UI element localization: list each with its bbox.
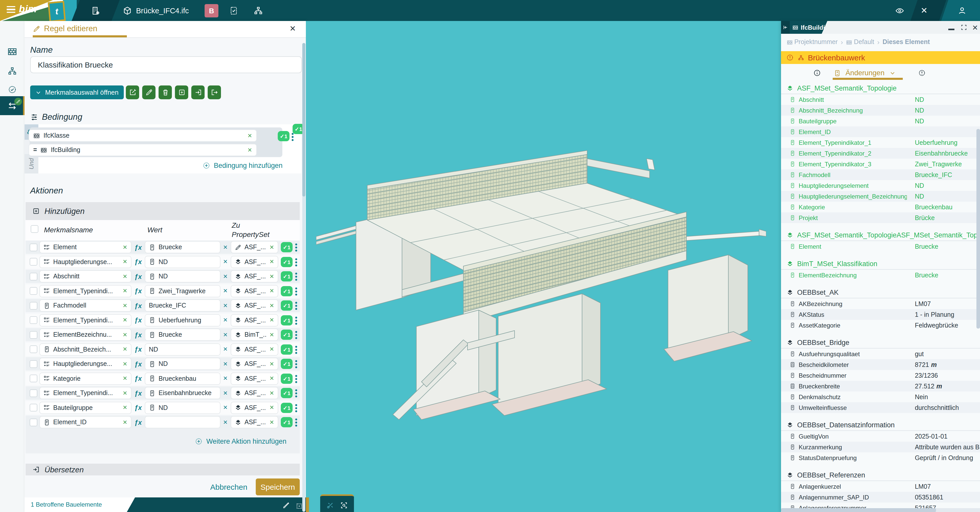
clear-icon[interactable]: ✕ (270, 302, 274, 309)
clear-icon[interactable]: ✕ (123, 288, 127, 294)
merkmal-field[interactable]: Hauptgliederungse...✕ (40, 358, 132, 370)
rename-button[interactable] (142, 86, 156, 99)
delete-button[interactable] (159, 86, 172, 99)
merkmal-field[interactable]: Abschnitt_Bezeich...✕ (40, 343, 132, 356)
propertyset-header[interactable]: ASF_MSet_Semantik_TopologieASF_MSet_Sema… (781, 229, 980, 241)
propertyset-header[interactable]: ASF_MSet_Semantik_Topologie (781, 82, 980, 94)
row-checkbox[interactable] (30, 331, 37, 338)
breadcrumb-item[interactable]: Default (846, 38, 874, 46)
merkmal-field[interactable]: Fachmodell✕ (40, 299, 132, 312)
element-name-banner[interactable]: Brückenbauwerk (781, 51, 980, 64)
validation-badge[interactable]: ✓1 (281, 359, 293, 369)
property-row[interactable]: ProjektBrücke (781, 212, 980, 223)
clear-icon[interactable]: ✕ (270, 288, 274, 294)
propertyset-field[interactable]: ASF_...✕ (231, 416, 278, 428)
property-row[interactable]: StatusDatenpruefungGeprüft / in Ordnung (781, 452, 980, 463)
validation-badge[interactable]: ✓1 (281, 330, 293, 340)
row-menu-icon[interactable]: ••• (294, 258, 298, 267)
viewport-3d[interactable] (306, 21, 781, 512)
property-row[interactable]: AssetKategorieFeldwegbrücke (781, 320, 980, 330)
clear-icon[interactable]: ✕ (223, 390, 228, 396)
row-menu-icon[interactable]: ••• (294, 389, 298, 398)
wert-field[interactable]: Bruecke (145, 329, 220, 341)
property-row[interactable]: ElementBruecke (781, 241, 980, 252)
clear-icon[interactable]: ✕ (223, 302, 228, 309)
property-row[interactable]: Hauptgliederungselement_BezeichnungND (781, 191, 980, 202)
row-checkbox[interactable] (30, 316, 37, 324)
propertyset-header[interactable]: OEBBset_Referenzen (781, 469, 980, 481)
clear-icon[interactable]: ✕ (270, 419, 274, 426)
validation-badge[interactable]: ✓1 (281, 286, 293, 296)
validation-badge[interactable]: ✓1 (281, 315, 293, 325)
clear-icon[interactable]: ✕ (223, 419, 228, 426)
fx-icon[interactable]: ƒx (134, 345, 142, 353)
clear-icon[interactable]: ✕ (270, 390, 274, 396)
tools-button[interactable] (326, 500, 334, 509)
propertyset-field[interactable]: ASF_...✕ (231, 402, 278, 414)
clear-icon[interactable]: ✕ (123, 244, 127, 250)
property-row[interactable]: Brueckenbreite27.512m (781, 381, 980, 391)
row-menu-icon[interactable]: ••• (294, 374, 298, 384)
model-tab[interactable]: Brücke_IFC4.ifc (123, 0, 189, 21)
merkmal-field[interactable]: Kategorie✕ (40, 372, 132, 384)
account-button[interactable] (958, 0, 967, 21)
clear-icon[interactable]: ✕ (123, 360, 127, 367)
clear-icon[interactable]: ✕ (123, 419, 127, 426)
clear-icon[interactable]: ✕ (223, 244, 228, 250)
propertyset-field[interactable]: ASF_...✕ (231, 241, 278, 253)
propertyset-header[interactable]: OEBBset_Datensatzinformation (781, 419, 980, 431)
row-checkbox[interactable] (30, 258, 37, 266)
property-row[interactable]: FachmodellBruecke_IFC (781, 169, 980, 180)
condition-field-input[interactable]: IfcKlasse ✕ (29, 129, 257, 142)
property-row[interactable]: Umwelteinfluessedurchschnittlich (781, 402, 980, 413)
wert-field[interactable]: Brueckenbau (145, 372, 220, 384)
property-row[interactable]: BauteilgruppeND (781, 116, 980, 126)
wert-field[interactable]: Bruecke_IFC (145, 299, 220, 312)
close-icon[interactable]: ✕ (290, 24, 296, 33)
export-button[interactable] (208, 86, 221, 99)
row-checkbox[interactable] (30, 389, 37, 397)
row-checkbox[interactable] (30, 418, 37, 426)
zoom-to-selection-button[interactable] (340, 500, 348, 509)
clear-icon[interactable]: ✕ (223, 273, 228, 280)
fx-icon[interactable]: ƒx (134, 418, 142, 426)
property-row[interactable]: GueltigVon2025-01-01 (781, 431, 980, 442)
sidebar-item-checks[interactable] (0, 81, 25, 98)
clear-icon[interactable]: ✕ (223, 317, 228, 324)
menu-icon[interactable] (6, 6, 15, 13)
rule-panel-scrollbar-thumb[interactable] (302, 43, 305, 196)
row-checkbox[interactable] (30, 301, 37, 309)
propertyset-field[interactable]: ASF_...✕ (231, 255, 278, 268)
row-menu-icon[interactable]: ••• (294, 243, 298, 252)
element-class-tab[interactable]: IfcBuilding (789, 21, 827, 34)
clear-icon[interactable]: ✕ (270, 244, 274, 250)
validation-badge[interactable]: ✓1 (281, 257, 293, 267)
row-checkbox[interactable] (30, 360, 37, 368)
property-row[interactable]: Element_ID (781, 126, 980, 137)
property-row[interactable]: AnlagenkuerzelLM07 (781, 481, 980, 492)
clear-icon[interactable]: ✕ (123, 317, 127, 324)
add-condition-link[interactable]: Bedingung hinzufügen (202, 162, 283, 169)
clear-icon[interactable]: ✕ (123, 331, 127, 338)
close-panel-button[interactable]: ✕ (972, 21, 978, 34)
merkmal-field[interactable]: Element_Typenindi...✕ (40, 285, 132, 297)
property-row[interactable]: Anlagennummer_SAP_ID05351861 (781, 492, 980, 502)
clear-icon[interactable]: ✕ (223, 404, 228, 411)
merkmal-field[interactable]: ElementBezeichnu...✕ (40, 329, 132, 341)
clear-icon[interactable]: ✕ (248, 132, 252, 139)
fx-icon[interactable]: ƒx (134, 258, 142, 266)
clear-icon[interactable]: ✕ (270, 346, 274, 352)
wert-field[interactable]: Bruecke (145, 241, 220, 253)
clear-icon[interactable]: ✕ (123, 346, 127, 352)
wert-field[interactable]: ND (145, 358, 220, 370)
propertyset-field[interactable]: BimT_...✕ (231, 329, 278, 341)
property-row[interactable]: Abschnitt_BezeichnungND (781, 105, 980, 116)
propertyset-header[interactable]: BimT_MSet_Klassifikation (781, 258, 980, 270)
wert-field[interactable]: ND (145, 402, 220, 414)
property-row[interactable]: Ausfuehrungsqualitaetgut (781, 348, 980, 359)
fx-icon[interactable]: ƒx (134, 287, 142, 295)
validation-badge[interactable]: ✓1 (281, 271, 293, 281)
merkmal-field[interactable]: Abschnitt✕ (40, 270, 132, 282)
element-panel-scrollbar-thumb[interactable] (977, 129, 980, 329)
breadcrumb-item[interactable]: Projektnummer (786, 38, 838, 46)
